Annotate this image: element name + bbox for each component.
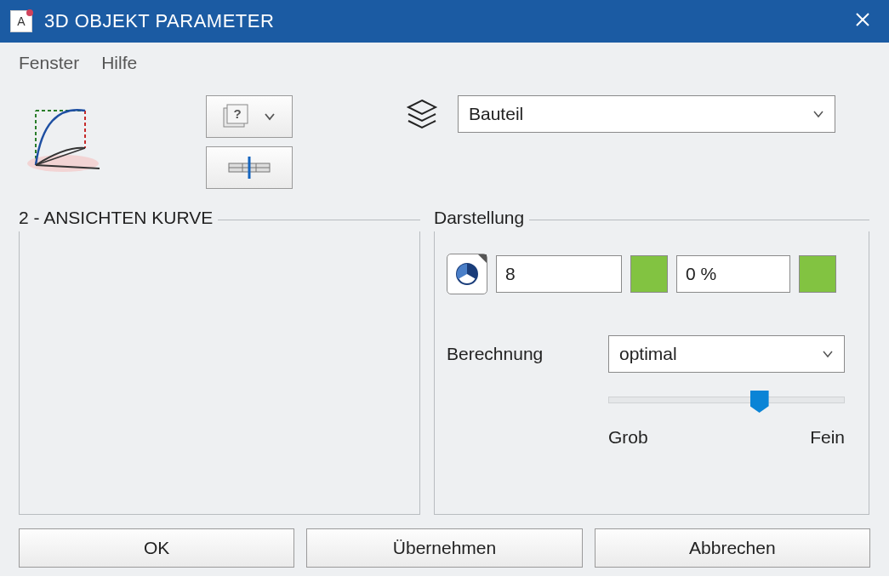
- opacity-color-swatch[interactable]: [799, 255, 836, 293]
- right-panel-title: Darstellung: [434, 208, 529, 228]
- opacity-value: 0 %: [686, 264, 716, 284]
- slider-min-label: Grob: [608, 427, 648, 448]
- pen-color-swatch[interactable]: [630, 255, 668, 293]
- calc-label: Berechnung: [447, 344, 557, 364]
- window-title: 3D OBJEKT PARAMETER: [44, 10, 846, 32]
- svg-text:?: ?: [233, 106, 241, 121]
- apply-button[interactable]: Übernehmen: [306, 528, 582, 568]
- top-row: ? Bauteil: [19, 95, 870, 189]
- slider-max-label: Fein: [810, 427, 845, 448]
- right-panel-wrap: Darstellung 8 0: [434, 208, 869, 515]
- section-plane-button[interactable]: [206, 146, 293, 189]
- opacity-input[interactable]: 0 %: [676, 255, 790, 293]
- panels-row: 2 - ANSICHTEN KURVE Darstellung: [19, 208, 870, 515]
- bottom-buttons: OK Übernehmen Abbrechen: [19, 528, 870, 568]
- chevron-down-icon: [264, 111, 276, 123]
- titlebar: A 3D OBJEKT PARAMETER: [0, 0, 889, 43]
- cancel-button[interactable]: Abbrechen: [595, 528, 870, 568]
- left-panel-wrap: 2 - ANSICHTEN KURVE: [19, 208, 420, 515]
- calc-row: Berechnung optimal: [447, 335, 857, 373]
- pen-color-button[interactable]: [447, 254, 487, 294]
- pen-value: 8: [505, 264, 516, 284]
- help-dropdown-button[interactable]: ?: [206, 95, 293, 138]
- quality-slider-thumb[interactable]: [750, 391, 769, 413]
- pen-input[interactable]: 8: [496, 255, 622, 293]
- app-icon-letter: A: [17, 14, 25, 28]
- quality-slider-wrap: Grob Fein: [608, 397, 845, 448]
- menu-help[interactable]: Hilfe: [101, 53, 137, 73]
- section-plane-icon: [225, 155, 273, 180]
- layers-icon: [403, 95, 441, 133]
- close-button[interactable]: [846, 7, 879, 36]
- curve-3d-preview-icon: [19, 95, 112, 177]
- menu-window[interactable]: Fenster: [19, 53, 79, 73]
- quality-slider[interactable]: [608, 397, 845, 403]
- calc-value: optimal: [619, 344, 677, 364]
- content-area: ? Bauteil: [0, 83, 889, 576]
- right-panel: 8 0 % Berechnung optimal: [434, 231, 869, 515]
- tool-column: ?: [206, 95, 293, 189]
- menubar: Fenster Hilfe: [0, 43, 889, 83]
- layer-select[interactable]: Bauteil: [458, 95, 835, 133]
- pie-pen-icon: [454, 261, 480, 287]
- left-panel-title: 2 - ANSICHTEN KURVE: [19, 208, 218, 228]
- app-icon: A: [10, 10, 32, 32]
- chevron-down-icon: [822, 348, 834, 360]
- help-box-icon: ?: [223, 104, 252, 129]
- left-panel: [19, 231, 420, 515]
- layer-select-value: Bauteil: [469, 104, 523, 124]
- calc-select[interactable]: optimal: [608, 335, 845, 373]
- ok-button[interactable]: OK: [19, 528, 294, 568]
- close-icon: [855, 12, 870, 27]
- chevron-down-icon: [812, 108, 824, 120]
- layer-select-wrap: Bauteil: [403, 95, 835, 133]
- pen-opacity-row: 8 0 %: [447, 254, 857, 294]
